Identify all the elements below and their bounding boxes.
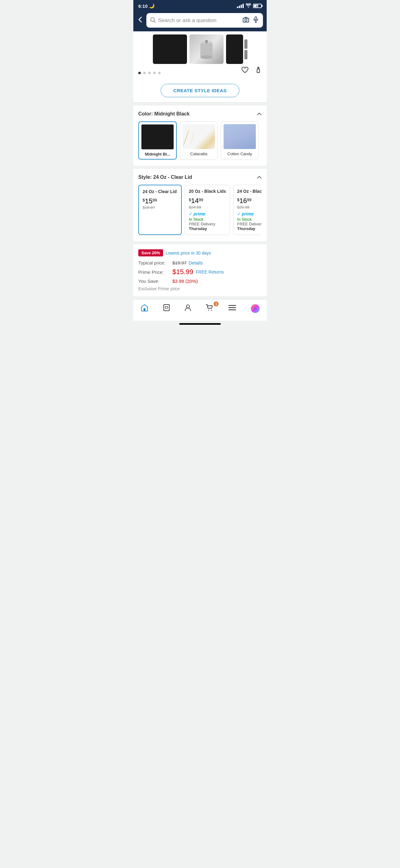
color-chevron-icon[interactable] [257, 111, 262, 117]
home-icon [140, 304, 148, 313]
bottom-nav: 1 ✦ [133, 299, 267, 321]
color-options: Midnight Bl... Calacatta Cotton Candy [138, 121, 262, 161]
product-image-3 [226, 34, 243, 64]
product-images-row [133, 34, 267, 64]
free-returns-text: FREE Returns [196, 270, 224, 274]
color-name-cotton-candy: Cotton Candy [224, 152, 256, 156]
status-left: 6:10 🌙 [138, 3, 155, 9]
style-original-price-24oz-black: $26.99 [237, 205, 262, 210]
nav-account[interactable] [181, 303, 194, 314]
style-name-20oz-black: 20 Oz - Black Lids [189, 189, 226, 194]
style-section-header: Style: 24 Oz - Clear Lid [138, 174, 262, 180]
create-style-button[interactable]: CREATE STYLE IDEAS [161, 84, 239, 97]
style-section-title: Style: 24 Oz - Clear Lid [138, 175, 192, 180]
color-swatch-calacatta [182, 124, 215, 149]
cart-badge: 1 [214, 302, 219, 306]
style-option-24oz-clear[interactable]: 24 Oz - Clear Lid $1599 $19.97 [138, 185, 182, 235]
color-section-title: Color: Midnight Black [138, 111, 190, 117]
product-image-area [133, 31, 267, 80]
save-badge: Save 20% [138, 249, 163, 256]
nav-ai[interactable]: ✦ [248, 303, 263, 314]
wishlist-icon[interactable] [241, 66, 249, 76]
style-original-price-20oz-black: $24.99 [189, 205, 226, 210]
time: 6:10 [138, 3, 147, 9]
style-original-price-24oz-clear: $19.97 [143, 205, 177, 210]
prime-badge-20oz: ✓ prime [189, 211, 226, 216]
product-image-3-wrap [226, 34, 247, 64]
camera-icon[interactable] [242, 16, 249, 25]
exclusive-prime-text: Exclusive Prime price [138, 286, 262, 291]
dot-indicators [138, 72, 161, 74]
product-image-1 [153, 34, 187, 64]
nav-menu[interactable] [225, 303, 239, 314]
dot-1 [138, 72, 141, 74]
microphone-icon[interactable] [253, 16, 259, 25]
in-stock-24oz-black: In Stock [237, 217, 262, 222]
bookmark-icon [163, 304, 170, 313]
color-section-header: Color: Midnight Black [138, 111, 262, 117]
color-section: Color: Midnight Black Midnight Bl... Cal… [133, 105, 267, 166]
svg-rect-9 [200, 43, 213, 57]
prime-price-label: Prime Price: [138, 270, 172, 275]
prime-price-row: Prime Price: $15.99 FREE Returns [138, 268, 262, 276]
dot-3 [148, 72, 151, 74]
color-option-calacatta[interactable]: Calacatta [180, 121, 218, 160]
ai-icon: ✦ [251, 304, 260, 313]
prime-badge-24oz-black: ✓ prime [237, 211, 262, 216]
moon-icon: 🌙 [149, 3, 155, 9]
nav-bookmark[interactable] [160, 303, 173, 314]
wifi-icon [245, 3, 251, 9]
search-placeholder: Search or ask a question [158, 18, 240, 24]
dot-2 [143, 72, 146, 74]
svg-rect-14 [164, 305, 169, 311]
typical-price-value: $19.97 [172, 260, 187, 266]
you-save-label: You Save: [138, 278, 172, 284]
delivery-day-24oz-black: Thursday [237, 226, 262, 231]
save-row: Save 20% Lowest price in 30 days [138, 249, 262, 256]
style-option-24oz-black[interactable]: 24 Oz - Black $1699 $26.99 ✓ prime In St… [233, 185, 262, 235]
prime-price-value: $15.99 [172, 268, 193, 276]
product-actions [241, 66, 262, 76]
svg-rect-15 [165, 306, 168, 308]
svg-rect-5 [255, 17, 257, 20]
in-stock-20oz: In Stock [189, 217, 226, 222]
share-icon[interactable] [255, 66, 262, 76]
battery-icon: 64 [253, 4, 262, 8]
color-name-midnight-black: Midnight Bl... [141, 152, 174, 156]
create-style-section: CREATE STYLE IDEAS [133, 80, 267, 102]
back-button[interactable] [137, 15, 143, 26]
color-option-cotton-candy[interactable]: Cotton Candy [221, 121, 259, 160]
svg-point-18 [211, 310, 212, 311]
product-image-2 [190, 34, 224, 64]
svg-rect-13 [143, 308, 145, 311]
color-option-midnight-black[interactable]: Midnight Bl... [138, 121, 177, 160]
svg-point-3 [245, 19, 247, 21]
style-option-20oz-black[interactable]: 20 Oz - Black Lids $1499 $24.99 ✓ prime … [185, 185, 230, 235]
style-section: Style: 24 Oz - Clear Lid 24 Oz - Clear L… [133, 169, 267, 241]
cart-icon: 1 [206, 304, 214, 313]
color-name-calacatta: Calacatta [182, 152, 215, 156]
style-chevron-icon[interactable] [257, 174, 262, 180]
status-bar: 6:10 🌙 64 [133, 0, 267, 10]
signal-icon [237, 4, 244, 8]
svg-point-17 [208, 310, 209, 311]
dot-4 [153, 72, 156, 74]
color-swatch-midnight-black [141, 124, 174, 149]
you-save-row: You Save: $3.98 (20%) [138, 278, 262, 284]
nav-bar: Search or ask a question [133, 10, 267, 31]
search-bar[interactable]: Search or ask a question [146, 13, 263, 28]
svg-point-10 [200, 55, 213, 59]
color-swatch-cotton-candy [224, 124, 256, 149]
lowest-price-text: Lowest price in 30 days [166, 251, 211, 255]
details-link[interactable]: Details [189, 260, 203, 266]
price-section: Save 20% Lowest price in 30 days Typical… [133, 244, 267, 296]
style-name-24oz-clear: 24 Oz - Clear Lid [143, 189, 177, 194]
free-delivery-24oz-black: FREE Delivery [237, 222, 262, 226]
svg-rect-11 [205, 40, 208, 43]
style-name-24oz-black: 24 Oz - Black [237, 189, 262, 194]
home-indicator [179, 323, 221, 325]
nav-home[interactable] [137, 303, 152, 314]
svg-rect-12 [257, 69, 260, 73]
typical-price-label: Typical price: [138, 260, 172, 266]
nav-cart[interactable]: 1 [202, 303, 217, 314]
